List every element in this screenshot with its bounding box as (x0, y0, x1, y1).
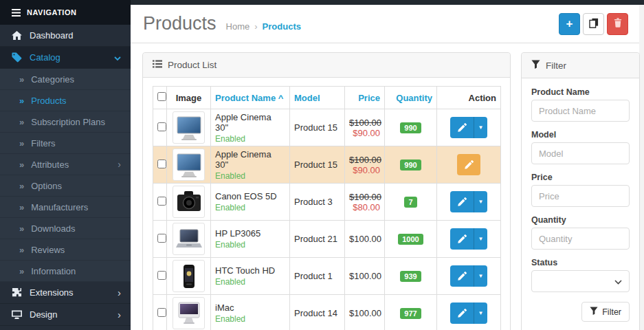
edit-button[interactable] (450, 117, 474, 138)
sidebar-item-catalog[interactable]: Catalog (0, 47, 131, 69)
filter-label-model: Model (531, 130, 630, 140)
row-checkbox[interactable] (157, 122, 166, 131)
copy-button[interactable] (583, 13, 604, 35)
sidebar-subitem-manufacturers[interactable]: » Manufacturers (0, 197, 131, 218)
product-status: Enabled (215, 240, 285, 250)
product-model: Product 3 (290, 184, 345, 221)
product-thumbnail-laptop-icon (173, 223, 205, 255)
product-status: Enabled (215, 314, 285, 324)
product-name: Canon EOS 5D (215, 191, 285, 201)
filter-apply-button[interactable]: Filter (581, 302, 630, 322)
price-special: $90.00 (349, 128, 380, 138)
edit-dropdown-toggle[interactable]: ▼ (474, 228, 487, 250)
price-old: $100.00 (349, 155, 380, 165)
row-checkbox[interactable] (157, 160, 166, 168)
breadcrumb: Home › Products (226, 21, 301, 32)
table-row: Canon EOS 5DEnabled Product 3 $100.00$80… (153, 184, 501, 221)
edit-dropdown-toggle[interactable]: ▼ (474, 117, 487, 138)
edit-dropdown-toggle[interactable]: ▼ (474, 191, 487, 212)
edit-button[interactable] (450, 228, 474, 250)
filter-status-select[interactable] (531, 270, 630, 292)
column-model[interactable]: Model (290, 87, 345, 109)
sidebar-subitem-subscription-plans[interactable]: » Subscription Plans (0, 111, 131, 133)
product-thumbnail-phone-icon (173, 260, 205, 292)
main-content: Products Home › Products + (131, 5, 639, 330)
table-row: HP LP3065Enabled Product 21 $100.00 1000… (153, 221, 501, 258)
sidebar-subitem-information[interactable]: » Information (0, 261, 131, 282)
filter-heading: Filter (522, 53, 639, 78)
double-chevron-icon: » (19, 181, 24, 191)
chevron-right-icon: › (118, 309, 121, 320)
edit-dropdown-toggle[interactable]: ▼ (474, 302, 487, 324)
edit-button[interactable] (450, 265, 474, 287)
sort-asc-indicator: ^ (278, 93, 284, 103)
quantity-badge: 990 (400, 122, 421, 133)
double-chevron-icon: » (19, 202, 24, 212)
edit-button[interactable] (450, 191, 474, 212)
filter-price-input[interactable] (531, 185, 630, 207)
select-all-checkbox[interactable] (157, 92, 166, 101)
catalog-submenu: » Categories » Products » Subscription P… (0, 69, 131, 282)
delete-button[interactable] (607, 13, 628, 35)
sidebar-subitem-label: Subscription Plans (31, 117, 121, 127)
table-row: Apple Cinema 30"Enabled Product 15 $100.… (153, 109, 501, 146)
column-quantity[interactable]: Quantity (385, 87, 437, 109)
product-status: Enabled (215, 171, 285, 181)
tag-icon (11, 52, 23, 63)
edit-button[interactable] (450, 302, 474, 324)
product-model: Product 1 (290, 258, 345, 295)
sidebar-subitem-reviews[interactable]: » Reviews (0, 239, 131, 261)
sidebar-subitem-products[interactable]: » Products (0, 90, 131, 111)
breadcrumb-home[interactable]: Home (226, 21, 250, 32)
sidebar: NAVIGATION Dashboard Catalog » Categorie… (0, 0, 131, 330)
product-status: Enabled (215, 203, 285, 212)
row-checkbox[interactable] (157, 271, 166, 280)
double-chevron-icon: » (19, 223, 24, 234)
sidebar-item-label: Dashboard (30, 30, 121, 41)
filter-model-input[interactable] (531, 142, 630, 164)
filter-panel: Filter Product Name Model Price Quantity… (521, 52, 640, 330)
edit-dropdown-toggle[interactable]: ▼ (474, 265, 487, 287)
filter-product-name-input[interactable] (531, 100, 630, 122)
filter-label-product-name: Product Name (531, 87, 630, 97)
sidebar-subitem-downloads[interactable]: » Downloads (0, 218, 131, 239)
sidebar-subitem-label: Manufacturers (31, 202, 121, 212)
column-action: Action (437, 87, 501, 109)
home-icon (11, 31, 23, 40)
sidebar-subitem-categories[interactable]: » Categories (0, 69, 131, 90)
navigation-label: NAVIGATION (27, 8, 76, 16)
chevron-right-icon: › (118, 287, 121, 298)
column-price[interactable]: Price (345, 87, 385, 109)
breadcrumb-current[interactable]: Products (263, 21, 301, 32)
sidebar-item-dashboard[interactable]: Dashboard (0, 25, 131, 47)
sidebar-item-label: Catalog (30, 52, 107, 63)
sidebar-subitem-options[interactable]: » Options (0, 175, 131, 197)
add-product-button[interactable]: + (559, 13, 580, 35)
product-thumbnail-camera-icon (173, 186, 205, 218)
sidebar-item-extensions[interactable]: Extensions › (0, 282, 131, 304)
double-chevron-icon: » (19, 74, 24, 85)
chevron-down-icon (614, 275, 622, 287)
filter-label-price: Price (531, 173, 630, 182)
quantity-badge: 990 (400, 160, 421, 170)
double-chevron-icon: » (19, 117, 24, 127)
quantity-badge: 1000 (398, 234, 423, 245)
sidebar-item-design[interactable]: Design › (0, 304, 131, 326)
table-row: HTC Touch HDEnabled Product 1 $100.00 93… (153, 258, 501, 295)
product-price: $100.00$90.00 (345, 109, 385, 146)
price-special: $80.00 (349, 202, 380, 212)
edit-button[interactable] (457, 154, 480, 175)
column-image: Image (167, 87, 211, 109)
double-chevron-icon: » (19, 245, 24, 255)
table-header-row: Image Product Name ^ Model Price Quantit… (153, 87, 501, 109)
sidebar-subitem-filters[interactable]: » Filters (0, 133, 131, 154)
filter-quantity-input[interactable] (531, 228, 630, 250)
row-checkbox[interactable] (157, 197, 166, 206)
sidebar-subitem-label: Filters (31, 138, 121, 148)
sidebar-subitem-attributes[interactable]: » Attributes › (0, 154, 131, 175)
page-title: Products (143, 13, 216, 34)
product-model: Product 15 (290, 109, 345, 146)
column-product-name[interactable]: Product Name ^ (211, 87, 290, 109)
row-checkbox[interactable] (157, 308, 166, 317)
row-checkbox[interactable] (157, 234, 166, 243)
